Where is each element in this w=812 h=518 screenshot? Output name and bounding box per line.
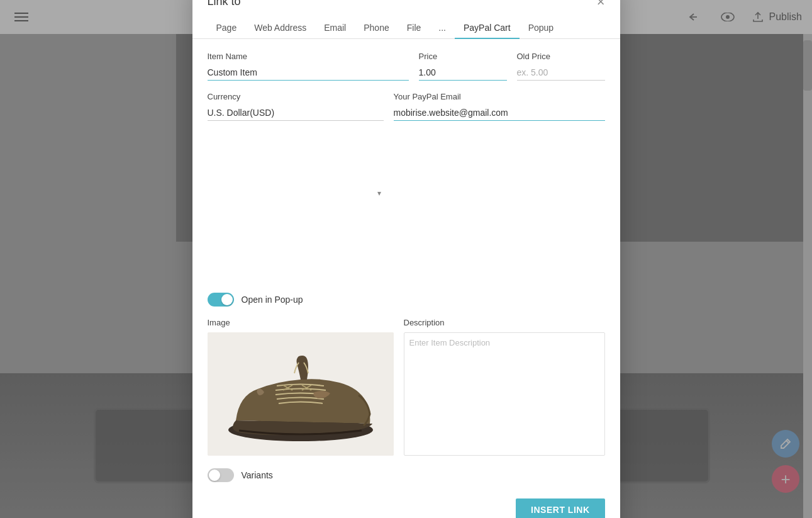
modal-footer: INSERT LINK	[192, 490, 620, 519]
price-group: Price	[419, 52, 507, 81]
item-name-group: Item Name	[208, 52, 409, 81]
modal-title: Link to	[208, 0, 241, 8]
price-label: Price	[419, 52, 507, 61]
tab-file[interactable]: File	[398, 18, 430, 39]
modal-header: Link to ×	[192, 0, 620, 9]
image-desc-row: Image	[208, 318, 605, 458]
old-price-group: Old Price	[517, 52, 605, 81]
modal-tabs: Page Web Address Email Phone File ... Pa…	[192, 18, 620, 39]
tab-paypal-cart[interactable]: PayPal Cart	[455, 18, 520, 39]
variants-toggle-thumb	[209, 470, 220, 481]
tab-page[interactable]: Page	[208, 18, 246, 39]
variants-label: Variants	[242, 470, 273, 480]
old-price-label: Old Price	[517, 52, 605, 61]
variants-toggle[interactable]	[208, 468, 234, 482]
form-row-2: Currency U.S. Dollar(USD) Euro(EUR) Brit…	[208, 92, 605, 281]
tab-web-address[interactable]: Web Address	[245, 18, 315, 39]
select-arrow-icon: ▾	[377, 189, 381, 198]
open-in-popup-toggle[interactable]	[208, 293, 234, 307]
modal-close-button[interactable]: ×	[597, 0, 605, 9]
modal-body: Item Name Price Old Price Currency U.S. …	[192, 39, 620, 482]
tab-email[interactable]: Email	[315, 18, 355, 39]
shoe-image-svg	[208, 332, 394, 456]
currency-group: Currency U.S. Dollar(USD) Euro(EUR) Brit…	[208, 92, 384, 281]
price-input[interactable]	[419, 65, 507, 81]
tab-phone[interactable]: Phone	[355, 18, 398, 39]
insert-link-button[interactable]: INSERT LINK	[516, 498, 604, 519]
image-upload-area[interactable]	[208, 332, 394, 456]
currency-select[interactable]: U.S. Dollar(USD) Euro(EUR) British Pound…	[208, 105, 384, 121]
image-section: Image	[208, 318, 394, 458]
currency-label: Currency	[208, 92, 384, 101]
description-section: Description	[404, 318, 605, 458]
form-row-1: Item Name Price Old Price	[208, 52, 605, 81]
currency-select-wrap: U.S. Dollar(USD) Euro(EUR) British Pound…	[208, 105, 384, 281]
description-label: Description	[404, 318, 605, 327]
old-price-input[interactable]	[517, 65, 605, 81]
tab-popup[interactable]: Popup	[520, 18, 562, 39]
toggle-thumb	[221, 294, 233, 305]
close-icon: ×	[597, 0, 605, 9]
tab-more[interactable]: ...	[430, 18, 455, 39]
paypal-email-group: Your PayPal Email	[394, 92, 605, 281]
open-in-popup-label: Open in Pop-up	[242, 295, 303, 305]
item-name-input[interactable]	[208, 65, 409, 81]
paypal-email-label: Your PayPal Email	[394, 92, 605, 101]
paypal-email-input[interactable]	[394, 105, 605, 121]
description-textarea[interactable]	[404, 332, 605, 456]
item-name-label: Item Name	[208, 52, 409, 61]
link-to-modal: Link to × Page Web Address Email Phone F…	[192, 0, 620, 518]
image-label: Image	[208, 318, 394, 327]
variants-row: Variants	[208, 468, 605, 482]
open-in-popup-row: Open in Pop-up	[208, 293, 605, 307]
